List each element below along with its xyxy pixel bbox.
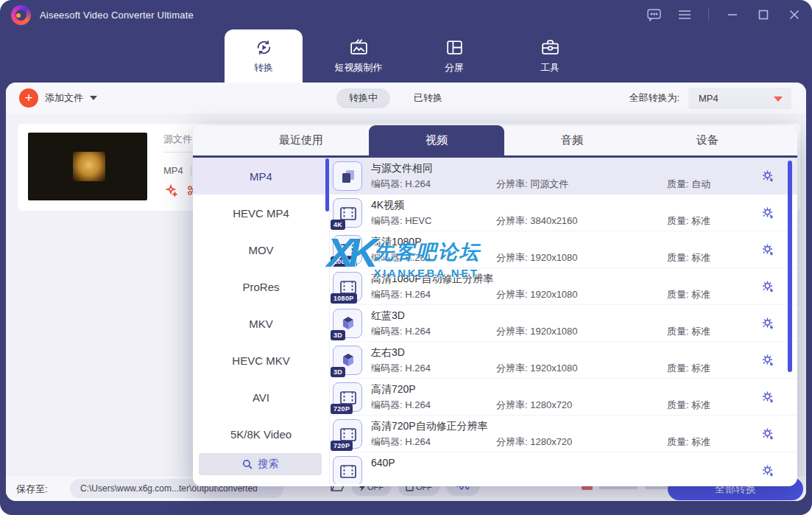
sidebar-format-item[interactable]: HEVC MKV	[193, 342, 329, 379]
format-category-tabs: 最近使用 视频 音频 设备	[193, 125, 797, 158]
format-title: 高清720P	[371, 383, 416, 396]
maximize-button[interactable]	[756, 7, 771, 22]
format-row[interactable]: 720P 高清720P自动修正分辨率 编码器: H.264 分辨率: 1280x…	[330, 416, 797, 452]
settings-gear-icon[interactable]	[760, 353, 775, 371]
format-title: 高清720P自动修正分辨率	[371, 420, 488, 433]
converted-tab[interactable]: 已转换	[414, 91, 442, 105]
app-logo-icon	[11, 5, 31, 25]
settings-gear-icon[interactable]	[760, 390, 775, 407]
search-label: 搜索	[258, 458, 279, 471]
settings-gear-icon[interactable]	[760, 169, 775, 186]
sidebar-scrollbar[interactable]	[325, 158, 329, 211]
tab-audio[interactable]: 音频	[504, 125, 640, 155]
search-button[interactable]: 搜索	[199, 453, 322, 475]
format-row[interactable]: 3D 左右3D 编码器: H.264 分辨率: 1920x1080 质量: 标准	[330, 342, 797, 379]
format-resolution: 分辨率: 3840x2160	[496, 214, 578, 228]
format-type-icon	[333, 456, 362, 484]
format-quality: 质量: 标准	[667, 362, 710, 375]
save-to-label: 保存至:	[16, 483, 48, 496]
format-resolution: 分辨率: 1280x720	[496, 399, 572, 412]
format-badge: 720P	[331, 441, 353, 451]
format-row[interactable]: 1080P 高清1080P 编码器: H.264 分辨率: 1920x1080 …	[330, 231, 797, 268]
format-sidebar: MP4 HEVC MP4 MOV ProRes MKV HEVC MKV AVI…	[193, 158, 330, 484]
settings-gear-icon[interactable]	[760, 316, 775, 334]
format-badge: 1080P	[331, 256, 357, 267]
format-title: 高清1080P自动修正分辨率	[371, 273, 493, 286]
settings-gear-icon[interactable]	[760, 206, 775, 223]
tab-split-screen[interactable]: 分屏	[412, 29, 496, 83]
effects-star-icon[interactable]	[165, 184, 177, 200]
format-quality: 质量: 标准	[667, 251, 710, 264]
sidebar-format-item[interactable]: HEVC MP4	[193, 195, 329, 231]
titlebar: Aiseesoft Video Converter Ultimate	[0, 0, 812, 29]
format-resolution: 分辨率: 1920x1080	[496, 251, 578, 264]
tab-convert[interactable]: 转换	[225, 29, 303, 83]
format-encoder: 编码器: H.264	[371, 399, 431, 412]
sidebar-format-item[interactable]: 5K/8K Video	[193, 416, 329, 452]
tab-recent[interactable]: 最近使用	[233, 125, 369, 155]
output-format-value: MP4	[699, 93, 719, 104]
menu-icon[interactable]	[677, 7, 692, 22]
format-encoder: 编码器: H.264	[371, 251, 431, 264]
list-scrollbar[interactable]	[788, 161, 792, 372]
format-resolution: 分辨率: 同源文件	[496, 178, 568, 191]
format-type-icon: 3D	[333, 309, 362, 338]
search-icon	[242, 459, 253, 469]
format-title: 左右3D	[371, 346, 405, 360]
sidebar-format-item[interactable]: MOV	[193, 231, 329, 268]
format-row[interactable]: 3D 红蓝3D 编码器: H.264 分辨率: 1920x1080 质量: 标准	[330, 305, 797, 342]
sidebar-format-item[interactable]: MKV	[193, 305, 329, 342]
format-resolution: 分辨率: 1920x1080	[496, 288, 578, 301]
close-button[interactable]	[787, 7, 802, 22]
tab-video[interactable]: 视频	[369, 125, 504, 155]
plus-icon: +	[19, 88, 38, 108]
format-encoder: 编码器: H.264	[371, 435, 431, 449]
tab-device[interactable]: 设备	[640, 125, 775, 155]
output-format-select[interactable]: MP4	[688, 88, 791, 109]
format-encoder: 编码器: H.264	[371, 362, 431, 375]
tab-label: 转换	[254, 61, 273, 74]
feedback-icon[interactable]	[646, 7, 661, 22]
sidebar-format-item[interactable]: MP4	[193, 158, 329, 195]
add-file-label: 添加文件	[45, 91, 83, 105]
format-row[interactable]: 720P 高清720P 编码器: H.264 分辨率: 1280x720 质量:…	[330, 379, 797, 416]
settings-gear-icon[interactable]	[760, 427, 775, 444]
tab-label: 工具	[540, 61, 559, 74]
format-resolution: 分辨率: 1920x1080	[496, 362, 578, 375]
format-title: 红蓝3D	[371, 309, 405, 323]
sidebar-format-item[interactable]: ProRes	[193, 268, 329, 305]
format-row[interactable]: 4K 4K视频 编码器: HEVC 分辨率: 3840x2160 质量: 标准	[330, 195, 797, 231]
source-file-label: 源文件	[163, 133, 192, 146]
chevron-down-icon[interactable]	[90, 96, 97, 100]
format-quality: 质量: 标准	[667, 214, 710, 228]
format-title: 640P	[371, 457, 395, 469]
minimize-button[interactable]	[725, 7, 740, 22]
format-encoder: 编码器: H.264	[371, 178, 431, 191]
tab-label: 短视频制作	[335, 61, 383, 74]
format-badge: 4K	[331, 220, 345, 230]
format-quality: 质量: 标准	[667, 399, 710, 412]
settings-gear-icon[interactable]	[760, 463, 775, 481]
thumbnail-emblem	[73, 152, 105, 181]
format-encoder: 编码器: H.264	[371, 288, 431, 301]
format-resolution: 分辨率: 1280x720	[496, 435, 572, 449]
converting-tab[interactable]: 转换中	[336, 88, 390, 108]
format-type-icon: 1080P	[333, 235, 362, 264]
add-file-button[interactable]: + 添加文件	[19, 83, 97, 113]
settings-gear-icon[interactable]	[760, 242, 775, 260]
settings-gear-icon[interactable]	[760, 279, 775, 297]
format-type-icon	[333, 161, 362, 191]
sidebar-format-item[interactable]: AVI	[193, 379, 329, 416]
tab-short-video[interactable]: 短视频制作	[317, 29, 400, 83]
format-type-icon: 3D	[333, 346, 362, 375]
format-row[interactable]: 640P	[330, 452, 797, 484]
format-row[interactable]: 1080P 高清1080P自动修正分辨率 编码器: H.264 分辨率: 192…	[330, 268, 797, 305]
format-badge: 3D	[331, 367, 345, 377]
tab-toolbox[interactable]: 工具	[508, 29, 592, 83]
format-type-icon: 720P	[333, 419, 362, 449]
main-tabbar: 转换 短视频制作 分屏 工具	[0, 29, 812, 83]
format-encoder: 编码器: H.264	[371, 325, 431, 338]
convert-status-segment: 转换中 已转换	[336, 83, 442, 113]
format-quality: 质量: 标准	[667, 288, 710, 301]
format-row[interactable]: 与源文件相同 编码器: H.264 分辨率: 同源文件 质量: 自动	[330, 158, 797, 195]
